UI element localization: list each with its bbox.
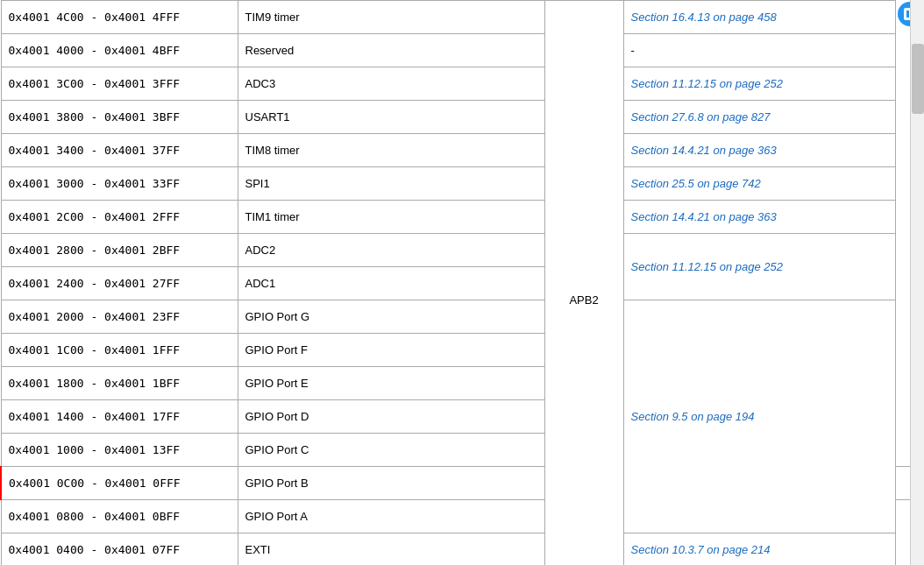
address-cell: 0x4001 0C00 - 0x4001 0FFF <box>1 467 238 500</box>
table-row: 0x4001 4C00 - 0x4001 4FFF TIM9 timer APB… <box>1 1 924 34</box>
name-cell: GPIO Port D <box>238 400 544 434</box>
table-row: 0x4001 2C00 - 0x4001 2FFF TIM1 timer Sec… <box>1 201 924 234</box>
name-cell: GPIO Port A <box>238 500 544 533</box>
address-cell: 0x4001 3800 - 0x4001 3BFF <box>1 101 238 134</box>
name-cell: SPI1 <box>238 167 544 201</box>
ref-cell-gpio[interactable]: Section 9.5 on page 194 <box>623 300 895 533</box>
address-cell: 0x4001 4000 - 0x4001 4BFF <box>1 34 238 67</box>
name-cell: EXTI <box>238 533 544 566</box>
table-row: 0x4001 3400 - 0x4001 37FF TIM8 timer Sec… <box>1 134 924 167</box>
table-row: 0x4001 3800 - 0x4001 3BFF USART1 Section… <box>1 101 924 134</box>
name-cell: Reserved <box>238 34 544 67</box>
name-cell: GPIO Port E <box>238 367 544 400</box>
address-cell: 0x4001 3C00 - 0x4001 3FFF <box>1 67 238 101</box>
table-row: 0x4001 2800 - 0x4001 2BFF ADC2 Section 1… <box>1 234 924 267</box>
name-cell: TIM8 timer <box>238 134 544 167</box>
ref-cell[interactable]: Section 14.4.21 on page 363 <box>623 201 895 234</box>
table-row: 0x4001 3C00 - 0x4001 3FFF ADC3 Section 1… <box>1 67 924 101</box>
main-content: 0x4001 4C00 - 0x4001 4FFF TIM9 timer APB… <box>0 0 924 565</box>
address-cell: 0x4001 1C00 - 0x4001 1FFF <box>1 334 238 367</box>
table-row: 0x4001 3000 - 0x4001 33FF SPI1 Section 2… <box>1 167 924 201</box>
ref-cell[interactable]: Section 10.3.7 on page 214 <box>623 533 895 566</box>
address-cell: 0x4001 2C00 - 0x4001 2FFF <box>1 201 238 234</box>
name-cell: ADC1 <box>238 267 544 300</box>
ref-cell: - <box>623 34 895 67</box>
name-cell: GPIO Port C <box>238 434 544 467</box>
ref-cell[interactable]: Section 16.4.13 on page 458 <box>623 1 895 34</box>
address-cell: 0x4001 1400 - 0x4001 17FF <box>1 400 238 434</box>
name-cell: TIM1 timer <box>238 201 544 234</box>
name-cell: TIM9 timer <box>238 1 544 34</box>
name-cell: GPIO Port G <box>238 300 544 334</box>
address-cell: 0x4001 0800 - 0x4001 0BFF <box>1 500 238 533</box>
ref-cell[interactable]: Section 11.12.15 on page 252 <box>623 67 895 101</box>
scrollbar-thumb[interactable] <box>912 44 924 114</box>
ref-cell[interactable]: Section 14.4.21 on page 363 <box>623 134 895 167</box>
table-row: 0x4001 4000 - 0x4001 4BFF Reserved - <box>1 34 924 67</box>
name-cell: ADC2 <box>238 234 544 267</box>
memory-map-table: 0x4001 4C00 - 0x4001 4FFF TIM9 timer APB… <box>0 0 924 565</box>
ref-cell[interactable]: Section 25.5 on page 742 <box>623 167 895 201</box>
name-cell: USART1 <box>238 101 544 134</box>
name-cell: GPIO Port F <box>238 334 544 367</box>
address-cell: 0x4001 4C00 - 0x4001 4FFF <box>1 1 238 34</box>
address-cell: 0x4001 3000 - 0x4001 33FF <box>1 167 238 201</box>
svg-rect-1 <box>906 11 909 18</box>
address-cell: 0x4001 1800 - 0x4001 1BFF <box>1 367 238 400</box>
address-cell: 0x4001 0400 - 0x4001 07FF <box>1 533 238 566</box>
address-cell: 0x4001 3400 - 0x4001 37FF <box>1 134 238 167</box>
address-cell: 0x4001 2400 - 0x4001 27FF <box>1 267 238 300</box>
address-cell: 0x4001 1000 - 0x4001 13FF <box>1 434 238 467</box>
address-cell: 0x4001 2800 - 0x4001 2BFF <box>1 234 238 267</box>
table-row: 0x4001 2000 - 0x4001 23FF GPIO Port G Se… <box>1 300 924 334</box>
bus-cell-apb2: APB2 <box>544 1 623 566</box>
address-cell: 0x4001 2000 - 0x4001 23FF <box>1 300 238 334</box>
name-cell: GPIO Port B <box>238 467 544 500</box>
ref-cell[interactable]: Section 27.6.8 on page 827 <box>623 101 895 134</box>
table-row: 0x4001 0400 - 0x4001 07FF EXTI Section 1… <box>1 533 924 566</box>
scrollbar[interactable] <box>910 0 924 565</box>
name-cell: ADC3 <box>238 67 544 101</box>
ref-cell-adc[interactable]: Section 11.12.15 on page 252 <box>623 234 895 300</box>
